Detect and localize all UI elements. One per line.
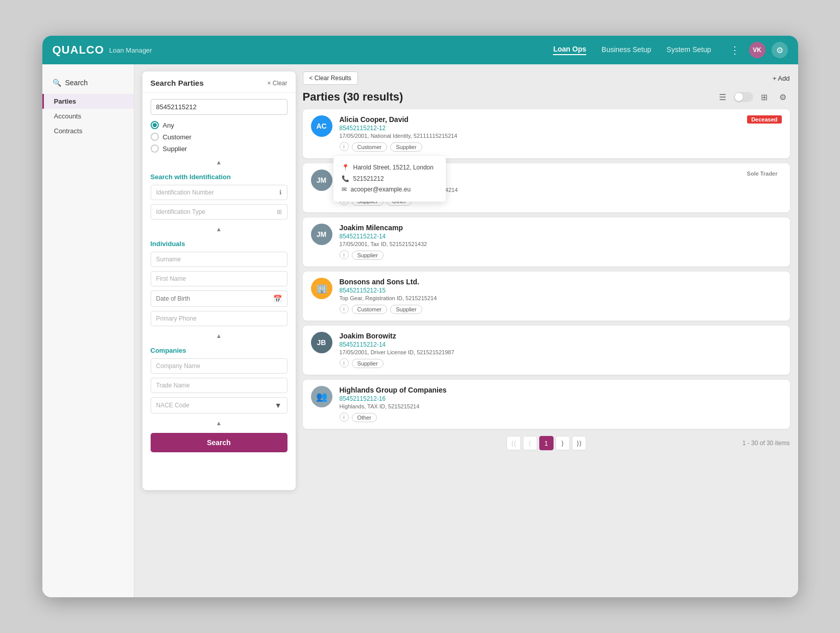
surname-field[interactable] <box>151 252 287 267</box>
party-card-4: 🏢 Bonsons and Sons Ltd. 85452115212-15 T… <box>303 272 790 321</box>
user-avatar[interactable]: VK <box>749 42 765 58</box>
party-id-1[interactable]: 85452115212-12 <box>340 125 782 132</box>
section-identification-title: Search with Identification <box>151 173 287 181</box>
trade-name-field[interactable] <box>151 378 287 393</box>
logo: QUALCO Loan Manager <box>53 43 152 57</box>
info-icon-1[interactable]: i <box>340 142 349 151</box>
tooltip-popup: 📍 Harold Street, 15212, London 📞 5215212… <box>333 156 446 202</box>
dob-input[interactable] <box>156 295 271 302</box>
party-tags-1: i Customer Supplier <box>340 142 782 152</box>
info-icon-5[interactable]: i <box>340 358 349 368</box>
party-card-5: JB Joakim Borowitz 85452115212-14 17/05/… <box>303 326 790 375</box>
party-avatar-4: 🏢 <box>311 278 332 299</box>
tag-customer-4[interactable]: Customer <box>352 305 388 314</box>
list-view-icon[interactable]: ☰ <box>715 90 730 104</box>
tag-supplier-1[interactable]: Supplier <box>390 142 422 152</box>
party-id-4[interactable]: 85452115212-15 <box>340 287 782 294</box>
search-main-input[interactable] <box>151 99 287 115</box>
radio-supplier-circle <box>151 144 159 153</box>
page-prev-button[interactable]: ⟨ <box>523 436 537 450</box>
party-avatar-6: 👥 <box>311 386 332 407</box>
party-id-5[interactable]: 85452115212-14 <box>340 341 782 348</box>
topnav-loan-ops[interactable]: Loan Ops <box>553 45 586 55</box>
section-collapse-3[interactable]: ▲ <box>151 330 287 342</box>
radio-supplier[interactable]: Supplier <box>151 144 287 153</box>
search-button[interactable]: Search <box>151 433 287 452</box>
tag-supplier-4[interactable]: Supplier <box>390 305 422 314</box>
topnav-system-setup[interactable]: System Setup <box>666 45 711 55</box>
tooltip-email-row: ✉ acooper@example.eu <box>342 184 438 196</box>
view-toggle[interactable] <box>734 92 753 102</box>
results-toolbar: < Clear Results + Add <box>303 71 790 85</box>
company-name-field[interactable] <box>151 358 287 374</box>
grid-view-icon[interactable]: ⊞ <box>757 90 772 104</box>
info-icon-6[interactable]: i <box>340 412 349 422</box>
add-button[interactable]: + Add <box>773 75 790 82</box>
settings-icon-results[interactable]: ⚙ <box>776 90 790 104</box>
tag-customer-1[interactable]: Customer <box>352 142 388 152</box>
section-collapse-2[interactable]: ▲ <box>151 224 287 235</box>
calendar-icon[interactable]: 📅 <box>273 295 282 303</box>
settings-icon[interactable]: ⚙ <box>772 42 788 58</box>
party-details-4: Top Gear, Registration ID, 5215215214 <box>340 295 782 301</box>
radio-customer-circle <box>151 133 159 141</box>
phone-input[interactable] <box>156 315 282 322</box>
page-last-button[interactable]: ⟩⟩ <box>572 436 586 450</box>
topnav: QUALCO Loan Manager Loan Ops Business Se… <box>42 36 798 64</box>
page-first-button[interactable]: ⟨⟨ <box>507 436 521 450</box>
party-info-5: Joakim Borowitz 85452115212-14 17/05/200… <box>340 332 782 369</box>
more-icon[interactable]: ⋮ <box>727 42 743 58</box>
sidebar-item-accounts[interactable]: Accounts <box>42 109 134 124</box>
id-type-field[interactable]: Identification Type ⊞ <box>151 204 287 220</box>
location-icon: 📍 <box>342 162 349 174</box>
party-details-3: 17/05/2001, Tax ID, 521521521432 <box>340 241 782 247</box>
party-info-1: Alicia Cooper, David 85452115212-12 17/0… <box>340 115 782 152</box>
content-area: Search Parties × Clear Any Customer <box>134 64 798 597</box>
firstname-input[interactable] <box>156 275 282 282</box>
party-avatar-2: JM <box>311 169 332 191</box>
email-icon: ✉ <box>342 184 347 196</box>
phone-icon: 📞 <box>342 174 349 185</box>
info-icon-id: ℹ <box>279 189 282 196</box>
radio-any[interactable]: Any <box>151 121 287 129</box>
party-id-3[interactable]: 85452115212-14 <box>340 233 782 240</box>
party-id-6[interactable]: 85452115212-16 <box>340 395 782 402</box>
radio-customer[interactable]: Customer <box>151 133 287 141</box>
tag-supplier-5[interactable]: Supplier <box>352 359 383 368</box>
topnav-business-setup[interactable]: Business Setup <box>602 45 651 55</box>
info-icon-4[interactable]: i <box>340 304 349 313</box>
phone-field[interactable] <box>151 311 287 326</box>
clear-results-button[interactable]: < Clear Results <box>303 71 358 85</box>
sidebar-search[interactable]: 🔍 Search <box>42 75 134 91</box>
app-window: QUALCO Loan Manager Loan Ops Business Se… <box>42 36 798 597</box>
trade-name-input[interactable] <box>156 382 282 389</box>
party-tags-5: i Supplier <box>340 358 782 369</box>
party-tags-3: i Supplier <box>340 250 782 260</box>
radio-any-label: Any <box>163 121 174 129</box>
radio-group: Any Customer Supplier <box>151 121 287 153</box>
company-name-input[interactable] <box>156 362 282 370</box>
tooltip-email: acooper@example.eu <box>351 184 411 196</box>
info-icon-3[interactable]: i <box>340 250 349 259</box>
nace-select[interactable]: NACE Code ▼ <box>151 397 287 413</box>
section-collapse-1[interactable]: ▲ <box>151 157 287 168</box>
surname-input[interactable] <box>156 256 282 263</box>
search-panel-title: Search Parties <box>151 79 204 87</box>
tag-other-6[interactable]: Other <box>352 413 377 422</box>
firstname-field[interactable] <box>151 271 287 286</box>
section-collapse-4[interactable]: ▲ <box>151 418 287 429</box>
tag-supplier-3[interactable]: Supplier <box>352 251 383 260</box>
sidebar-item-contracts[interactable]: Contracts <box>42 124 134 138</box>
results-header: Parties (30 results) ☰ ⊞ ⚙ <box>303 90 790 104</box>
page-next-button[interactable]: ⟩ <box>556 436 570 450</box>
page-1-button[interactable]: 1 <box>539 436 554 450</box>
id-number-field[interactable]: ℹ <box>151 185 287 200</box>
clear-button[interactable]: × Clear <box>267 80 287 87</box>
topnav-icons: ⋮ VK ⚙ <box>727 42 788 58</box>
sidebar-search-label[interactable]: Search <box>65 79 88 87</box>
sidebar-item-parties[interactable]: Parties <box>42 94 134 109</box>
dob-field[interactable]: 📅 <box>151 290 287 307</box>
party-details-6: Highlands, TAX ID, 5215215214 <box>340 403 782 409</box>
id-number-input[interactable] <box>156 189 279 196</box>
party-card-1: AC Alicia Cooper, David 85452115212-12 1… <box>303 109 790 158</box>
